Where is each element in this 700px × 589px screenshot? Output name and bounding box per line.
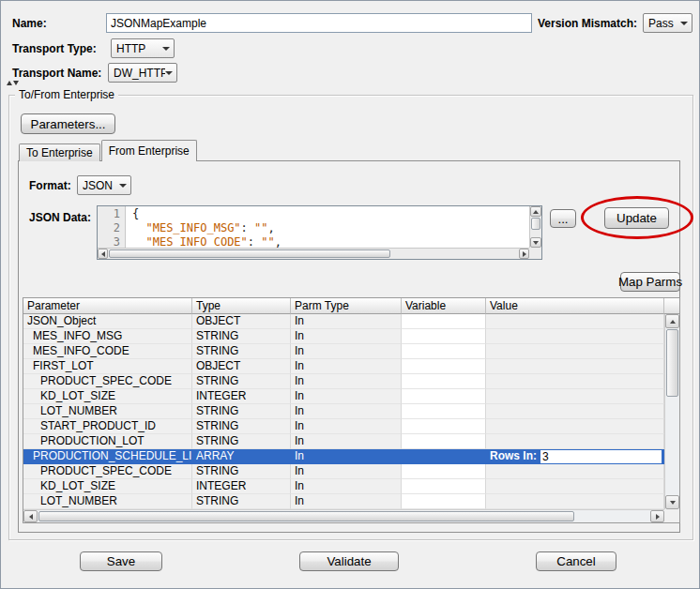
table-row[interactable]: PRODUCT_SPEC_CODESTRINGIn <box>23 464 664 479</box>
scroll-right-button[interactable] <box>519 249 529 259</box>
tab-to-enterprise[interactable]: To Enterprise <box>19 143 100 161</box>
cell-variable[interactable] <box>402 464 486 479</box>
cell-parm-type: In <box>291 329 402 344</box>
scroll-up-button[interactable] <box>665 314 679 328</box>
table-row[interactable]: PRODUCTION_LOTSTRINGIn <box>23 434 664 449</box>
json-code-line: "MES_INFO_CODE": "", <box>132 235 529 248</box>
table-body: JSON_ObjectOBJECTInMES_INFO_MSGSTRINGInM… <box>23 314 664 509</box>
table-row[interactable]: MES_INFO_MSGSTRINGIn <box>23 329 664 344</box>
cell-parm-type: In <box>291 464 402 479</box>
cell-type: STRING <box>192 329 291 344</box>
json-line-number: 2 <box>98 221 120 235</box>
rows-in-input[interactable] <box>540 450 662 463</box>
scroll-right-button[interactable] <box>650 510 664 522</box>
format-select[interactable]: JSON <box>77 175 131 195</box>
parameters-table: Parameter Type Parm Type Variable Value … <box>23 297 680 523</box>
table-row[interactable]: KD_LOT_SIZEINTEGERIn <box>23 389 664 404</box>
cell-value <box>486 419 664 434</box>
cell-parm-type: In <box>291 434 402 449</box>
cell-value: Rows In: <box>486 449 664 464</box>
validate-button[interactable]: Validate <box>299 551 399 571</box>
table-row[interactable]: JSON_ObjectOBJECTIn <box>23 314 664 329</box>
cell-parameter: PRODUCT_SPEC_CODE <box>23 464 192 479</box>
json-code-area[interactable]: { "MES_INFO_MSG": "", "MES_INFO_CODE": "… <box>127 206 529 248</box>
map-parms-button[interactable]: Map Parms <box>620 272 680 292</box>
scrollbar-thumb[interactable] <box>666 329 678 397</box>
cell-variable[interactable] <box>402 314 486 329</box>
tab-from-enterprise[interactable]: From Enterprise <box>101 140 197 161</box>
table-vertical-scrollbar[interactable] <box>664 314 679 509</box>
scroll-left-button[interactable] <box>23 510 38 522</box>
cell-type: OBJECT <box>192 359 291 374</box>
to-from-enterprise-group: To/From Enterprise Parameters... To Ente… <box>8 95 693 540</box>
table-row[interactable]: START_PRODUCT_IDSTRINGIn <box>23 419 664 434</box>
cancel-button[interactable]: Cancel <box>536 551 616 571</box>
table-row[interactable]: PRODUCTION_SCHEDULE_LISTARRAYInRows In: <box>23 449 664 464</box>
cell-variable[interactable] <box>402 479 486 494</box>
table-row[interactable]: FIRST_LOTOBJECTIn <box>23 359 664 374</box>
json-vertical-scrollbar[interactable] <box>529 206 541 248</box>
cell-variable[interactable] <box>402 374 486 389</box>
version-mismatch-select[interactable]: Pass <box>643 13 692 33</box>
cell-parm-type: In <box>291 389 402 404</box>
cell-value <box>486 389 664 404</box>
version-mismatch-value: Pass <box>648 17 674 30</box>
table-header: Parameter Type Parm Type Variable Value <box>23 298 679 314</box>
cell-variable[interactable] <box>402 344 486 359</box>
cell-variable[interactable] <box>402 389 486 404</box>
json-data-editor[interactable]: 123 { "MES_INFO_MSG": "", "MES_INFO_CODE… <box>97 205 542 260</box>
cell-type: INTEGER <box>192 479 291 494</box>
line-number-gutter: 123 <box>98 206 126 248</box>
transport-name-label: Transport Name: <box>12 67 101 80</box>
scrollbar-corner <box>664 509 679 522</box>
cell-parameter: LOT_NUMBER <box>23 404 192 419</box>
scrollbar-thumb[interactable] <box>109 249 390 258</box>
scroll-down-button[interactable] <box>530 237 541 248</box>
cell-parm-type: In <box>291 374 402 389</box>
browse-ellipsis-button[interactable]: ... <box>550 209 576 228</box>
cell-parm-type: In <box>291 359 402 374</box>
cell-type: STRING <box>192 434 291 449</box>
collapse-up-icon <box>7 81 12 85</box>
column-header-type[interactable]: Type <box>192 298 291 314</box>
scroll-down-button[interactable] <box>665 495 679 509</box>
table-row[interactable]: LOT_NUMBERSTRINGIn <box>23 404 664 419</box>
parameters-button[interactable]: Parameters... <box>21 113 115 134</box>
column-header-parameter[interactable]: Parameter <box>23 298 192 314</box>
json-horizontal-scrollbar[interactable] <box>98 248 529 259</box>
format-label: Format: <box>29 179 71 192</box>
column-header-value[interactable]: Value <box>486 298 664 314</box>
table-row[interactable]: MES_INFO_CODESTRINGIn <box>23 344 664 359</box>
cell-variable[interactable] <box>402 329 486 344</box>
cell-value <box>486 404 664 419</box>
column-header-variable[interactable]: Variable <box>402 298 486 314</box>
transport-type-label: Transport Type: <box>12 42 97 55</box>
scrollbar-thumb[interactable] <box>38 511 574 521</box>
transport-name-select[interactable]: DW_HTTP <box>108 63 177 83</box>
cell-variable[interactable] <box>402 494 486 509</box>
cell-variable[interactable] <box>402 449 486 464</box>
cell-parameter: LOT_NUMBER <box>23 494 192 509</box>
scrollbar-corner <box>529 248 541 259</box>
collapse-expand-control[interactable] <box>7 81 19 85</box>
name-input[interactable] <box>106 13 532 33</box>
cell-type: STRING <box>192 344 291 359</box>
scrollbar-thumb[interactable] <box>531 218 540 230</box>
chevron-down-icon <box>162 47 170 51</box>
table-row[interactable]: PRODUCT_SPEC_CODESTRINGIn <box>23 374 664 389</box>
scroll-left-button[interactable] <box>98 249 108 259</box>
update-button[interactable]: Update <box>604 207 669 229</box>
cell-variable[interactable] <box>402 419 486 434</box>
cell-variable[interactable] <box>402 404 486 419</box>
cell-parm-type: In <box>291 314 402 329</box>
save-button[interactable]: Save <box>80 551 162 571</box>
column-header-parm-type[interactable]: Parm Type <box>291 298 402 314</box>
scroll-up-button[interactable] <box>530 206 541 217</box>
cell-variable[interactable] <box>402 434 486 449</box>
table-horizontal-scrollbar[interactable] <box>23 509 664 522</box>
table-row[interactable]: KD_LOT_SIZEINTEGERIn <box>23 479 664 494</box>
json-data-label: JSON Data: <box>29 211 91 224</box>
table-row[interactable]: LOT_NUMBERSTRINGIn <box>23 494 664 509</box>
transport-type-select[interactable]: HTTP <box>111 38 175 58</box>
cell-variable[interactable] <box>402 359 486 374</box>
